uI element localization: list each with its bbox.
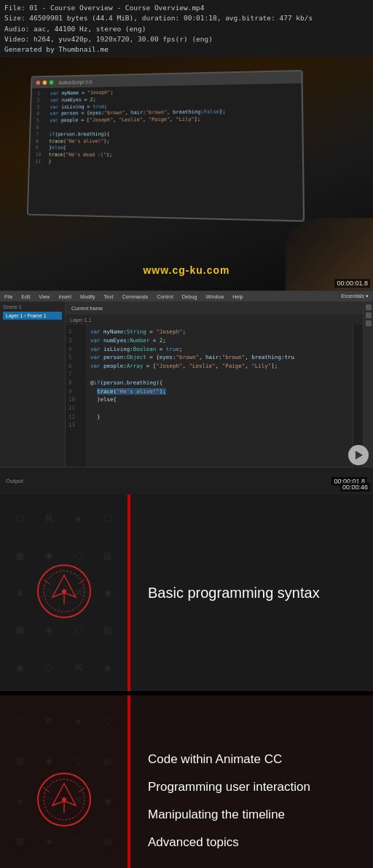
svg-line-5 xyxy=(44,580,50,584)
course-icon-panel-1: ⬡⌘ ◈⬡ ▦◉ ⬡▤ ◈⬡ ⌘◉ ▦◈ ⬡▤ ◉⬡ ⌘◈ xyxy=(0,494,127,691)
course-icon-panel-2: ⬡⌘ ◈⬡ ▦◉ ⬡▤ ◈⬡ ⌘◉ ▦◈ ⬡▤ ◉⬡ ⌘◈ xyxy=(0,695,127,868)
svg-line-12 xyxy=(44,788,50,792)
metadata-line4: Video: h264, yuv420p, 1920x720, 30.00 fp… xyxy=(4,34,369,44)
pen-nib-icon xyxy=(35,562,93,623)
output-bar: Output 00:00:01.8 xyxy=(0,467,373,494)
code-editor: Current frame Layer 1.1 234567 891011121… xyxy=(66,301,363,467)
svg-line-13 xyxy=(79,788,85,792)
metadata-line2: Size: 46509901 bytes (44.4 MiB), duratio… xyxy=(4,13,369,23)
svg-point-4 xyxy=(62,589,66,593)
timestamp-1: 00:00:01.8 xyxy=(334,279,370,288)
video-thumbnail-2: File Edit View Insert Modify Text Comman… xyxy=(0,291,373,494)
metadata-line5: Generated by Thumbnail.me xyxy=(4,44,369,55)
metadata-line3: Audio: aac, 44100 Hz, stereo (eng) xyxy=(4,24,369,34)
course-list-item-3: Advanced topics xyxy=(148,835,356,851)
metadata-line1: File: 01 - Course Overview - Course Over… xyxy=(4,3,369,13)
course-list-panel: Code within Animate CC Programming user … xyxy=(127,695,373,868)
timestamp-3: 00:00:46 xyxy=(340,483,370,492)
laptop-frame: ActionScript 3.0 1var myName = "Joseph";… xyxy=(27,70,305,222)
course-list-item-2: Manipulating the timeline xyxy=(148,807,356,823)
video-thumbnail-1: ActionScript 3.0 1var myName = "Joseph";… xyxy=(0,58,373,291)
pen-nib-icon-2 xyxy=(35,770,93,832)
code-background: ActionScript 3.0 1var myName = "Joseph";… xyxy=(0,58,373,291)
metadata-section: File: 01 - Course Overview - Course Over… xyxy=(0,0,373,58)
svg-point-11 xyxy=(62,797,66,802)
course-list-item-0: Code within Animate CC xyxy=(148,751,356,768)
svg-line-6 xyxy=(79,580,85,584)
course-section-1: ⬡⌘ ◈⬡ ▦◉ ⬡▤ ◈⬡ ⌘◉ ▦◈ ⬡▤ ◉⬡ ⌘◈ xyxy=(0,494,373,691)
course-list-item-1: Programming user interaction xyxy=(148,779,356,795)
course-title-1: Basic programming syntax xyxy=(148,583,320,602)
course-text-panel-1: Basic programming syntax xyxy=(127,494,373,691)
watermark: www.cg-ku.com xyxy=(143,264,229,276)
course-section-2: ⬡⌘ ◈⬡ ▦◉ ⬡▤ ◈⬡ ⌘◉ ▦◈ ⬡▤ ◉⬡ ⌘◈ xyxy=(0,695,373,868)
